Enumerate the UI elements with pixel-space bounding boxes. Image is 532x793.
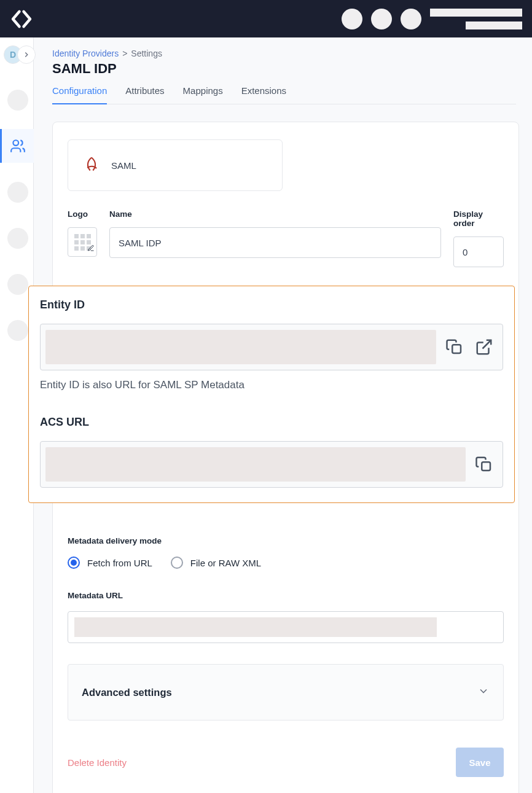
saml-logo-icon: [83, 155, 100, 175]
breadcrumb-current: Settings: [131, 49, 162, 58]
copy-icon: [445, 338, 464, 356]
nav-item-placeholder[interactable]: [0, 221, 34, 255]
top-placeholder-bar: [430, 9, 522, 17]
workspace-switcher[interactable]: D: [1, 44, 32, 66]
breadcrumb-separator: >: [122, 49, 127, 58]
metadata-mode-label: Metadata delivery mode: [68, 536, 504, 545]
entity-id-help: Entity ID is also URL for SAML SP Metada…: [40, 379, 503, 391]
display-order-input[interactable]: [453, 236, 504, 267]
name-input[interactable]: [109, 227, 441, 258]
tab-attributes[interactable]: Attributes: [125, 85, 164, 104]
acs-url-value-placeholder: [45, 447, 466, 482]
breadcrumb: Identity Providers > Settings: [52, 49, 516, 58]
display-order-field: Display order: [453, 209, 504, 267]
nav-item-placeholder[interactable]: [0, 83, 34, 117]
logo-field: Logo: [68, 209, 97, 257]
acs-url-label: ACS URL: [40, 416, 503, 429]
radio-label: File or RAW XML: [190, 558, 261, 568]
tab-mappings[interactable]: Mappings: [183, 85, 223, 104]
acs-url-field: [40, 441, 503, 488]
delete-identity-button[interactable]: Delete Identity: [68, 757, 127, 768]
top-placeholder-circle: [371, 9, 392, 29]
svg-rect-1: [452, 345, 461, 353]
entity-id-field: [40, 324, 503, 370]
advanced-settings-toggle[interactable]: Advanced settings: [68, 664, 504, 721]
top-placeholder-circle: [401, 9, 421, 29]
metadata-url-input[interactable]: [68, 611, 504, 643]
name-field: Name: [109, 209, 441, 258]
radio-file-or-raw-xml[interactable]: File or RAW XML: [171, 557, 261, 569]
radio-fetch-from-url[interactable]: Fetch from URL: [68, 557, 152, 569]
metadata-url-value-placeholder: [74, 617, 437, 637]
display-order-label: Display order: [453, 209, 504, 228]
svg-rect-3: [482, 462, 490, 471]
chevron-down-icon: [477, 685, 490, 700]
svg-point-0: [13, 140, 18, 146]
nav-item-placeholder[interactable]: [0, 175, 34, 209]
chevron-right-icon[interactable]: [17, 45, 36, 64]
external-link-icon: [475, 338, 493, 356]
save-button[interactable]: Save: [456, 748, 504, 777]
advanced-settings-label: Advanced settings: [82, 687, 172, 698]
open-entity-id-button[interactable]: [473, 336, 495, 358]
tab-configuration[interactable]: Configuration: [52, 85, 107, 104]
breadcrumb-parent[interactable]: Identity Providers: [52, 49, 119, 58]
copy-acs-url-button[interactable]: [473, 453, 495, 475]
tab-bar: Configuration Attributes Mappings Extens…: [52, 85, 516, 104]
users-icon: [10, 138, 26, 154]
top-placeholder-bar: [466, 21, 522, 29]
metadata-mode-radios: Fetch from URL File or RAW XML: [68, 557, 504, 569]
form-actions: Delete Identity Save: [68, 748, 504, 777]
provider-preview-card: SAML: [68, 139, 283, 191]
top-right-cluster: [342, 9, 522, 29]
copy-icon: [475, 455, 493, 474]
logo-label: Logo: [68, 209, 97, 219]
nav-item-users[interactable]: [0, 129, 34, 163]
content-area: Identity Providers > Settings SAML IDP C…: [34, 37, 532, 793]
page-title: SAML IDP: [52, 61, 516, 77]
radio-label: Fetch from URL: [87, 558, 152, 568]
metadata-url-label: Metadata URL: [68, 591, 504, 600]
radio-dot-icon: [171, 557, 183, 569]
radio-dot-icon: [68, 557, 80, 569]
sp-endpoints-callout: Entity ID: [28, 286, 515, 503]
entity-id-value-placeholder: [45, 330, 436, 364]
top-placeholder-circle: [342, 9, 362, 29]
entity-id-label: Entity ID: [40, 299, 503, 311]
copy-entity-id-button[interactable]: [444, 336, 466, 358]
logo-picker[interactable]: [68, 227, 97, 257]
configuration-panel: SAML Logo Name Display order: [52, 122, 519, 793]
svg-line-2: [483, 340, 491, 349]
provider-protocol-label: SAML: [111, 160, 136, 171]
pencil-icon: [87, 243, 95, 254]
tab-extensions[interactable]: Extensions: [241, 85, 286, 104]
top-bar: [0, 0, 532, 37]
app-logo: [9, 6, 34, 32]
name-label: Name: [109, 209, 441, 219]
